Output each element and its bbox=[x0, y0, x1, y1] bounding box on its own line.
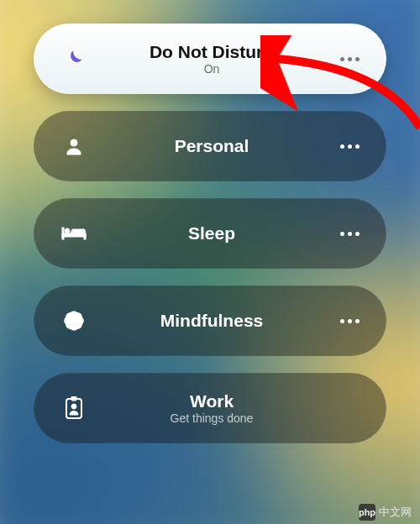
svg-rect-2 bbox=[62, 233, 86, 237]
focus-title: Personal bbox=[175, 136, 249, 156]
more-button[interactable] bbox=[333, 319, 366, 323]
svg-point-4 bbox=[65, 228, 70, 233]
focus-label-block: Mindfulness bbox=[91, 311, 333, 331]
ellipsis-icon bbox=[340, 232, 360, 236]
badge-icon bbox=[57, 396, 91, 420]
more-button[interactable] bbox=[333, 57, 366, 61]
focus-item-dnd[interactable]: Do Not Disturb On bbox=[34, 24, 386, 94]
focus-item-sleep[interactable]: Sleep bbox=[34, 198, 386, 269]
mindfulness-icon bbox=[57, 309, 91, 333]
focus-subtitle: On bbox=[204, 62, 220, 76]
focus-title: Work bbox=[190, 391, 234, 411]
focus-item-mindfulness[interactable]: Mindfulness bbox=[34, 286, 386, 356]
focus-title: Mindfulness bbox=[160, 311, 264, 331]
focus-modes-list: Do Not Disturb On Personal Sleep bbox=[0, 0, 420, 524]
more-button[interactable] bbox=[333, 232, 366, 236]
ellipsis-icon bbox=[340, 57, 360, 61]
ellipsis-icon bbox=[340, 319, 360, 323]
watermark: php 中文网 bbox=[359, 504, 412, 521]
person-icon bbox=[57, 136, 91, 156]
focus-subtitle: Get things done bbox=[171, 411, 254, 425]
bed-icon bbox=[57, 224, 91, 243]
svg-point-15 bbox=[71, 404, 76, 409]
focus-item-personal[interactable]: Personal bbox=[34, 111, 386, 181]
svg-point-12 bbox=[73, 320, 81, 328]
focus-item-work[interactable]: Work Get things done bbox=[34, 373, 386, 443]
focus-label-block: Sleep bbox=[91, 223, 333, 244]
svg-rect-3 bbox=[84, 233, 86, 239]
focus-title: Sleep bbox=[188, 223, 235, 244]
svg-rect-14 bbox=[71, 396, 76, 401]
watermark-logo: php bbox=[359, 504, 375, 521]
more-button[interactable] bbox=[333, 144, 366, 149]
focus-label-block: Personal bbox=[91, 136, 333, 156]
watermark-text: 中文网 bbox=[379, 505, 412, 520]
focus-label-block: Do Not Disturb On bbox=[91, 42, 333, 76]
moon-icon bbox=[57, 48, 91, 70]
focus-label-block: Work Get things done bbox=[91, 391, 333, 425]
focus-title: Do Not Disturb bbox=[150, 42, 274, 62]
svg-point-0 bbox=[71, 139, 77, 146]
ellipsis-icon bbox=[340, 144, 360, 149]
